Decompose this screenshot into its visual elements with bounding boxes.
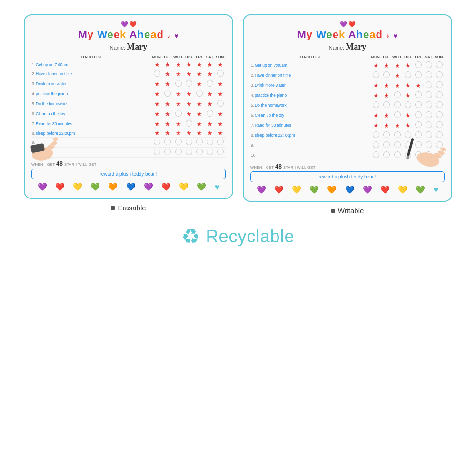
reward-label: STAR I WILL GET	[64, 162, 97, 167]
star-icon: ★	[405, 92, 411, 99]
star-cell	[184, 138, 194, 148]
empty-circle	[436, 81, 443, 88]
empty-circle	[426, 141, 432, 148]
star-icon: ★	[395, 122, 400, 129]
task-cell: 7.Raad for 30 minutes	[250, 120, 370, 130]
heart-icon: 💛	[73, 182, 82, 192]
star-icon: ★	[197, 129, 202, 137]
star-cell: ★	[151, 129, 162, 138]
star-cell: ★	[392, 120, 403, 130]
star-cell	[151, 138, 162, 148]
empty-circle	[154, 149, 160, 155]
star-cell: ★	[162, 109, 173, 119]
star-cell: ★	[194, 109, 205, 119]
star-cell: ★	[184, 60, 194, 69]
heart-icon: ♥	[434, 185, 439, 195]
empty-circle	[217, 149, 224, 155]
star-cell: ★	[205, 99, 215, 109]
star-icon: ★	[395, 62, 400, 69]
empty-circle	[383, 101, 390, 108]
star-icon: ★	[176, 61, 181, 68]
reward-when-text: WHEN I GET	[31, 162, 55, 167]
star-cell	[205, 79, 215, 89]
empty-circle	[383, 151, 390, 158]
heart-icon: 💜	[340, 21, 347, 28]
recycle-icon: ♻	[181, 224, 200, 248]
heart-icon: 💚	[197, 182, 206, 192]
star-cell	[424, 80, 434, 90]
star-cell	[381, 150, 392, 160]
empty-circle	[373, 141, 379, 148]
star-icon: ★	[207, 100, 213, 108]
star-cell	[162, 148, 173, 158]
star-icon: ★	[373, 62, 379, 69]
star-icon: ★	[176, 90, 181, 98]
empty-circle	[415, 141, 422, 148]
heart-icon: 💜	[144, 182, 153, 192]
star-cell	[392, 110, 403, 120]
empty-circle	[373, 71, 379, 78]
star-cell: ★	[381, 90, 392, 100]
table-row: 7.Read for 30 minutes★★★★★★	[31, 119, 226, 129]
star-cell	[413, 140, 424, 150]
heart-icon: 💙	[126, 182, 136, 192]
star-icon: ★	[176, 70, 181, 78]
star-cell: ★	[162, 129, 173, 138]
star-cell	[434, 60, 445, 70]
col-thu: THU.	[184, 54, 194, 60]
star-cell	[413, 130, 424, 140]
empty-circle	[415, 111, 422, 118]
table-row: 7.Raad for 30 minutes★★★★	[250, 120, 445, 130]
empty-circle	[373, 101, 379, 108]
star-cell	[151, 148, 162, 158]
empty-circle	[426, 101, 432, 108]
star-cell: ★	[151, 99, 162, 109]
empty-circle	[217, 100, 224, 107]
table-row: 5.Do the homework	[250, 100, 445, 110]
task-cell: 6.Clean up the toy	[250, 110, 370, 120]
star-icon: ★	[186, 90, 192, 98]
star-cell: ★	[162, 69, 173, 79]
star-cell: ★	[173, 60, 184, 69]
task-cell: 5.Do the homework	[250, 100, 370, 110]
empty-circle	[207, 80, 213, 87]
empty-circle	[186, 120, 192, 127]
star-cell: ★	[392, 60, 403, 70]
star-cell: ★	[173, 129, 184, 138]
left-reward-text: reward a plush teddy bear !	[99, 171, 157, 177]
star-icon: ★	[154, 61, 160, 68]
empty-circle	[415, 131, 422, 138]
star-icon: ★	[207, 61, 213, 68]
empty-circle	[373, 131, 379, 138]
empty-circle	[436, 91, 443, 98]
star-icon: ★	[176, 120, 181, 128]
star-cell	[434, 110, 445, 120]
left-title: My Week Ahead ♪ ♥	[31, 29, 226, 41]
star-cell: ★	[215, 129, 226, 138]
heart-icon: ❤️	[274, 185, 284, 195]
left-board-label: Erasable	[111, 204, 146, 212]
star-cell	[413, 110, 424, 120]
main-container: 💜 ❤️ My Week Ahead ♪ ♥ Name: Mary	[0, 0, 476, 476]
star-icon: ★	[165, 61, 170, 68]
star-icon: ★	[218, 110, 223, 118]
task-cell: 3.Drink more water	[250, 80, 370, 90]
star-cell	[162, 138, 173, 148]
empty-circle	[405, 71, 411, 78]
star-icon: ★	[165, 129, 170, 137]
star-cell: ★	[205, 60, 215, 69]
empty-circle	[436, 101, 443, 108]
star-cell: ★	[194, 69, 205, 79]
star-cell	[205, 148, 215, 158]
star-cell: ★	[194, 60, 205, 69]
empty-circle	[207, 139, 213, 145]
col-sun: SUN.	[434, 54, 445, 60]
empty-circle	[217, 70, 224, 77]
empty-circle	[426, 61, 432, 68]
star-cell	[434, 70, 445, 80]
empty-circle	[394, 101, 401, 108]
star-cell	[413, 90, 424, 100]
empty-circle	[436, 61, 443, 68]
star-cell	[392, 150, 403, 160]
table-row: 9.	[250, 140, 445, 150]
